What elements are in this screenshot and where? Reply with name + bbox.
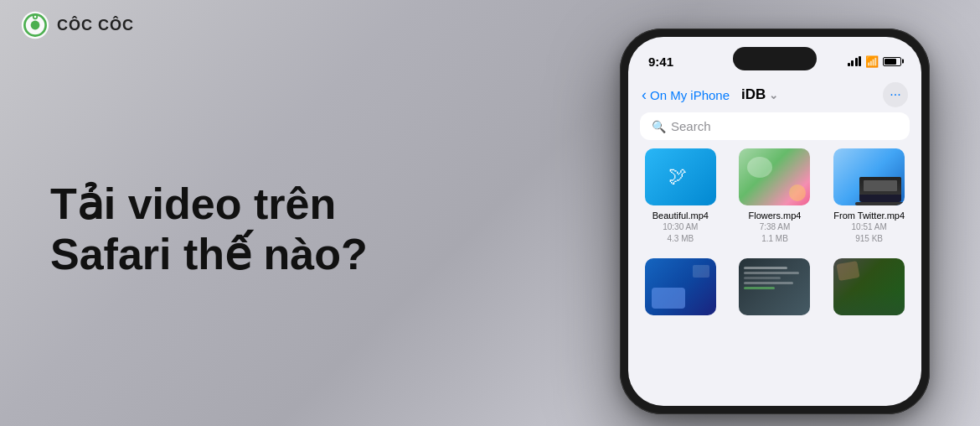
file-time: 10:30 AM: [663, 222, 698, 231]
search-bar[interactable]: 🔍 Search: [640, 112, 910, 140]
laptop-icon: [859, 177, 901, 202]
nav-bar: ‹ On My iPhone iDB ⌄ ···: [628, 79, 921, 112]
file-name: From Twitter.mp4: [833, 210, 905, 221]
coccoc-logo-icon: [20, 10, 50, 40]
file-name: Beautiful.mp4: [652, 210, 709, 221]
file-name: Flowers.mp4: [749, 210, 802, 221]
file-time: 7:38 AM: [760, 222, 791, 231]
svg-point-2: [31, 21, 40, 30]
file-meta: 7:38 AM 1.1 MB: [760, 221, 791, 245]
status-icons: 📶: [848, 55, 902, 68]
list-item[interactable]: From Twitter.mp4 10:51 AM 915 KB: [828, 148, 910, 245]
phone-frame: 9:41 📶 ‹ On: [620, 29, 930, 414]
headline: Tải video trên Safari thế nào?: [50, 179, 368, 280]
file-thumbnail: [833, 258, 905, 315]
left-content: Tải video trên Safari thế nào?: [50, 179, 368, 280]
wifi-icon: 📶: [865, 55, 879, 68]
file-size: 1.1 MB: [761, 234, 788, 243]
folder-name: iDB ⌄: [741, 86, 778, 103]
logo-text: CÔC CÔC: [57, 17, 134, 34]
back-label: On My iPhone: [650, 88, 730, 102]
search-placeholder: Search: [671, 119, 711, 133]
folder-name-text: iDB: [741, 86, 766, 103]
file-size: 915 KB: [855, 234, 883, 243]
file-size: 4.3 MB: [667, 234, 694, 243]
back-button[interactable]: ‹ On My iPhone: [642, 86, 730, 104]
headline-line2: Safari thế nào?: [50, 230, 368, 278]
file-thumbnail: [645, 258, 716, 315]
list-item[interactable]: [640, 258, 721, 320]
logo-area: CÔC CÔC: [20, 10, 134, 40]
phone-screen: 9:41 📶 ‹ On: [628, 37, 921, 406]
list-item[interactable]: [735, 258, 816, 320]
headline-line1: Tải video trên: [50, 179, 336, 228]
status-time: 9:41: [648, 55, 673, 69]
file-thumbnail: 🕊: [645, 148, 716, 205]
file-time: 10:51 AM: [852, 222, 887, 231]
file-thumbnail: [739, 258, 810, 315]
list-item[interactable]: Flowers.mp4 7:38 AM 1.1 MB: [735, 148, 816, 245]
phone-container: 9:41 📶 ‹ On: [620, 29, 930, 414]
folder-chevron-icon: ⌄: [769, 89, 778, 101]
file-grid: 🕊 Beautiful.mp4 10:30 AM 4.3 MB Flowers.…: [628, 148, 921, 320]
more-dots-icon: ···: [890, 87, 900, 102]
file-thumbnail: [833, 148, 905, 205]
back-chevron-icon: ‹: [642, 86, 647, 104]
bird-icon: 🕊: [668, 165, 687, 187]
svg-point-4: [34, 16, 37, 18]
signal-icon: [848, 56, 862, 66]
battery-icon: [883, 57, 901, 66]
dynamic-island: [733, 47, 817, 70]
list-item[interactable]: 🕊 Beautiful.mp4 10:30 AM 4.3 MB: [640, 148, 721, 245]
more-options-button[interactable]: ···: [883, 82, 908, 107]
file-thumbnail: [739, 148, 810, 205]
file-meta: 10:30 AM 4.3 MB: [663, 221, 698, 245]
list-item[interactable]: [828, 258, 910, 320]
search-icon: 🔍: [652, 120, 666, 133]
file-meta: 10:51 AM 915 KB: [852, 221, 887, 245]
